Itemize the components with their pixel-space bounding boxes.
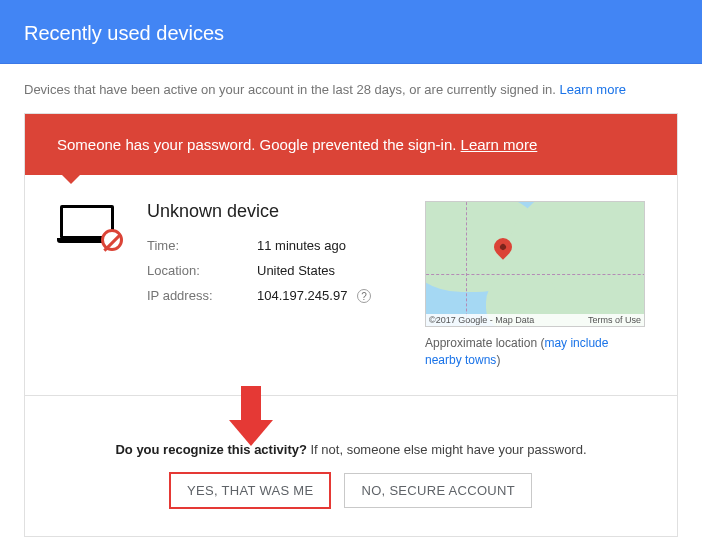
- blocked-badge-icon: [101, 229, 123, 251]
- alert-learn-more-link[interactable]: Learn more: [461, 136, 538, 153]
- device-card: Someone has your password. Google preven…: [24, 113, 678, 537]
- page-title: Recently used devices: [24, 22, 224, 44]
- annotation-arrow-icon: [231, 386, 271, 446]
- location-label: Location:: [147, 263, 257, 278]
- alert-caret-icon: [61, 174, 81, 184]
- prompt-question: Do you recognize this activity?: [115, 442, 306, 457]
- page-header: Recently used devices: [0, 0, 702, 64]
- location-value: United States: [257, 263, 335, 278]
- location-map[interactable]: ©2017 Google - Map Data Terms of Use: [425, 201, 645, 327]
- alert-text: Someone has your password. Google preven…: [57, 136, 461, 153]
- yes-that-was-me-button[interactable]: Yes, that was me: [170, 473, 330, 508]
- time-label: Time:: [147, 238, 257, 253]
- prompt-section: Do you recognize this activity? If not, …: [25, 396, 677, 536]
- no-secure-account-button[interactable]: No, secure account: [344, 473, 531, 508]
- help-icon[interactable]: ?: [357, 289, 371, 303]
- alert-banner: Someone has your password. Google preven…: [25, 114, 677, 175]
- map-pin-icon: [494, 238, 512, 256]
- map-caption: Approximate location (may include nearby…: [425, 335, 645, 369]
- ip-label: IP address:: [147, 288, 257, 303]
- device-title: Unknown device: [147, 201, 425, 222]
- subtext: Devices that have been active on your ac…: [24, 82, 559, 97]
- ip-value: 104.197.245.97: [257, 288, 347, 303]
- map-attribution: ©2017 Google - Map Data: [429, 315, 534, 325]
- map-terms-link[interactable]: Terms of Use: [588, 315, 641, 325]
- subtext-row: Devices that have been active on your ac…: [0, 64, 702, 97]
- learn-more-link[interactable]: Learn more: [559, 82, 625, 97]
- time-value: 11 minutes ago: [257, 238, 346, 253]
- unknown-device-icon: [57, 205, 117, 247]
- prompt-warning: If not, someone else might have your pas…: [307, 442, 587, 457]
